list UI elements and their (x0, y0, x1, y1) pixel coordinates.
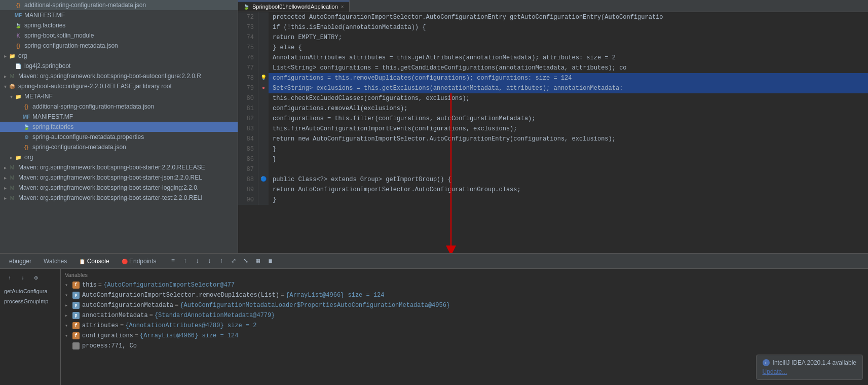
variable-item[interactable]: ▾ f this = {AutoConfigurationImportSelec… (63, 280, 866, 290)
variable-item[interactable]: ▾ f attributes = {AnnotationAttributes@4… (63, 321, 866, 331)
line-gutter (258, 185, 269, 195)
line-content: public Class<?> extends Group> getImport… (269, 174, 451, 185)
var-type-icon: p (72, 311, 80, 320)
notification-link[interactable]: Update... (763, 368, 787, 375)
var-type-icon: f (72, 332, 80, 340)
debug-content: ↑ ↓ ⊛ getAutoConfiguraprocessGroupImp Va… (0, 269, 868, 385)
variable-item[interactable]: ▸ p annotationMetadata = {StandardAnnota… (63, 310, 866, 321)
line-number: 88 (238, 174, 258, 185)
tree-item-maven-starter[interactable]: ▸MMaven: org.springframework.boot:spring… (0, 162, 238, 172)
variable-item[interactable]: ▾ p AutoConfigurationImportSelector.remo… (63, 290, 866, 300)
frame-filter-icon[interactable]: ⊛ (30, 272, 42, 283)
line-content: } else { (269, 43, 302, 53)
toolbar-up2-icon[interactable]: ↑ (216, 256, 227, 267)
tree-item-log4j2[interactable]: 📄log4j2.springboot (0, 61, 238, 71)
frame-label: processGroupImp (4, 298, 48, 304)
tree-item-additional-json-2[interactable]: {}additional-spring-configuration-metada… (0, 101, 238, 112)
tree-item-jar-autoconfigure[interactable]: ▾📦spring-boot-autoconfigure-2.2.0.RELEAS… (0, 81, 238, 91)
tree-item-maven-starter-logging[interactable]: ▸MMaven: org.springframework.boot:spring… (0, 183, 238, 193)
tree-item-maven-starter-test[interactable]: ▸MMaven: org.springframework.boot:spring… (0, 193, 238, 203)
frame-item[interactable]: processGroupImp (2, 296, 58, 306)
tree-item-maven-starter-json[interactable]: ▸MMaven: org.springframework.boot:spring… (0, 172, 238, 183)
tree-item-maven-autoconfigure[interactable]: ▸MMaven: org.springframework.boot:spring… (0, 71, 238, 81)
var-equals: = (175, 302, 178, 309)
tree-item-additional-json-1[interactable]: {}additional-spring-configuration-metada… (0, 0, 238, 10)
var-value: {AutoConfigurationImportSelector@477 (103, 282, 235, 289)
maven-icon: M (8, 72, 16, 80)
code-editor[interactable]: 72 protected AutoConfigurationImportSele… (238, 12, 868, 253)
line-content: Set<String> exclusions = this.getExclusi… (269, 83, 623, 93)
tree-item-org-2[interactable]: ▸📁org (0, 152, 238, 162)
line-gutter (258, 154, 269, 164)
tab-close-icon[interactable]: × (341, 4, 344, 10)
line-content: List<String> configurations = this.getCa… (269, 63, 627, 73)
var-expand-icon: ▾ (65, 292, 72, 298)
var-name: configurations (82, 332, 133, 339)
line-content: this.checkExcludedClasses(configurations… (269, 93, 470, 103)
frame-down-icon[interactable]: ↓ (17, 272, 28, 283)
var-name: this (82, 282, 97, 289)
code-line: 82 configurations = this.filter(configur… (238, 114, 868, 124)
folder-arrow: ▸ (8, 155, 14, 160)
tree-label: spring-boot-autoconfigure-2.2.0.RELEASE.… (18, 83, 172, 90)
editor-tab-active[interactable]: 🍃 Springboot01helloworldApplication × (238, 1, 350, 12)
line-content: configurations.removeAll(exclusions); (269, 103, 407, 114)
tree-item-spring-factories-2[interactable]: 🍃spring.factories (0, 122, 238, 132)
toolbar-up-icon[interactable]: ↑ (179, 256, 191, 267)
tree-item-meta-inf-2[interactable]: ▾📁META-INF (0, 91, 238, 101)
line-gutter: ● (258, 83, 269, 93)
tree-item-manifest-mf-1[interactable]: MFMANIFEST.MF (0, 10, 238, 20)
code-line: 81 configurations.removeAll(exclusions); (238, 103, 868, 114)
tree-item-spring-config-json-1[interactable]: {}spring-configuration-metadata.json (0, 41, 238, 51)
code-line: 74 return EMPTY_ENTRY; (238, 32, 868, 43)
tab-debugger[interactable]: ebugger (4, 256, 36, 267)
var-equals: = (281, 292, 284, 299)
tree-item-org-1[interactable]: ▸📁org (0, 51, 238, 61)
toolbar-grid-icon[interactable]: ▦ (252, 256, 263, 267)
line-content: configurations = this.filter(configurati… (269, 114, 536, 124)
json-icon: {} (14, 42, 22, 50)
code-line: 73 if (!this.isEnabled(annotationMetadat… (238, 22, 868, 32)
toolbar-collapse-icon[interactable]: ⤡ (240, 256, 251, 267)
code-line: 88🔵 public Class<?> extends Group> getIm… (238, 174, 868, 185)
variable-item[interactable]: process:771, Co (63, 341, 866, 351)
top-area: {}additional-spring-configuration-metada… (0, 0, 868, 253)
tree-item-spring-autoconfigure-props[interactable]: ⚙spring-autoconfigure-metadata.propertie… (0, 132, 238, 142)
tab-console[interactable]: 📋 Console (74, 256, 114, 267)
var-equals: = (149, 312, 153, 319)
factories-icon: 🍃 (14, 21, 22, 29)
line-gutter (258, 63, 269, 73)
tree-item-spring-factories-1[interactable]: 🍃spring.factories (0, 20, 238, 30)
variable-item[interactable]: ▸ p autoConfigurationMetadata = {AutoCon… (63, 300, 866, 310)
tree-label: Maven: org.springframework.boot:spring-b… (18, 194, 203, 201)
toolbar-down-icon[interactable]: ↓ (192, 256, 203, 267)
tab-endpoints[interactable]: 🔴 Endpoints (117, 256, 162, 267)
frames-panel: ↑ ↓ ⊛ getAutoConfiguraprocessGroupImp (0, 269, 61, 385)
line-number: 89 (238, 185, 258, 195)
mf-icon: MF (14, 11, 22, 19)
toolbar-list2-icon[interactable]: ≣ (265, 256, 276, 267)
code-line: 72 protected AutoConfigurationImportSele… (238, 12, 868, 22)
frame-item[interactable]: getAutoConfigura (2, 286, 58, 296)
tree-item-spring-config-json-2[interactable]: {}spring-configuration-metadata.json (0, 142, 238, 152)
variable-item[interactable]: ▾ f configurations = {ArrayList@4966} si… (63, 331, 866, 341)
var-type-icon: f (72, 322, 80, 330)
tree-label: org (24, 154, 33, 161)
frame-up-icon[interactable]: ↑ (4, 272, 15, 283)
line-number: 85 (238, 144, 258, 154)
toolbar-expand-icon[interactable]: ⤢ (228, 256, 239, 267)
toolbar-list-icon[interactable]: ≡ (167, 256, 178, 267)
code-line: 87 (238, 164, 868, 174)
line-number: 78 (238, 73, 258, 83)
tree-label: Maven: org.springframework.boot:spring-b… (18, 73, 201, 80)
tree-item-manifest-mf-2[interactable]: MFMANIFEST.MF (0, 112, 238, 122)
maven-icon: M (8, 194, 16, 202)
var-type-icon: p (72, 301, 80, 309)
toolbar-down2-icon[interactable]: ↓ (204, 256, 215, 267)
tree-label: spring-configuration-metadata.json (24, 42, 118, 49)
tree-label: spring-boot.kotlin_module (24, 32, 94, 39)
line-number: 90 (238, 195, 258, 205)
tree-item-spring-boot-kotlin[interactable]: Kspring-boot.kotlin_module (0, 30, 238, 41)
maven-arrow: ▸ (2, 195, 8, 201)
tab-watches[interactable]: Watches (39, 256, 72, 267)
